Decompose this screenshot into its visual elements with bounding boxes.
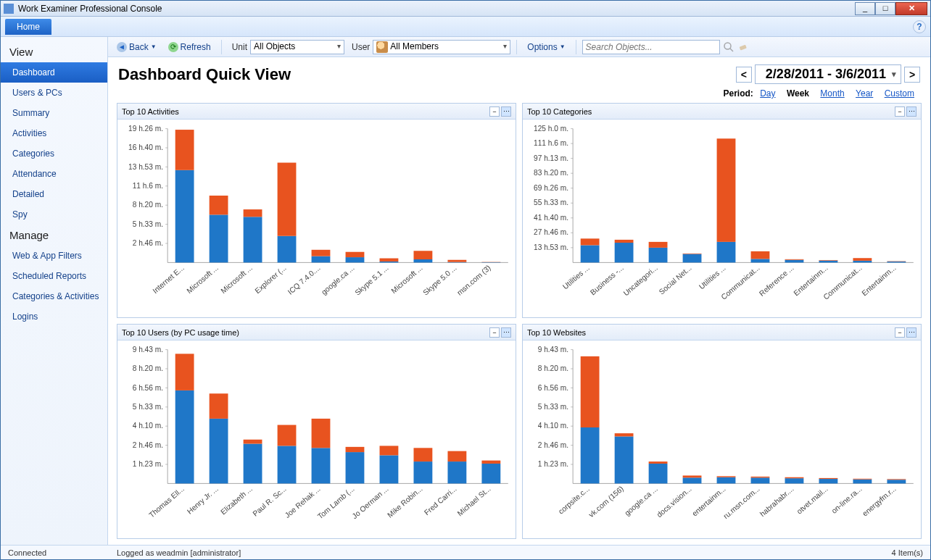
period-year[interactable]: Year xyxy=(856,88,873,99)
bar[interactable] xyxy=(210,419,228,484)
bar[interactable] xyxy=(819,260,837,261)
bar[interactable] xyxy=(346,447,365,452)
bar[interactable] xyxy=(853,480,872,484)
panel-menu-button[interactable]: ⋯ xyxy=(906,106,916,117)
bar[interactable] xyxy=(615,243,634,262)
sidebar-item-logins[interactable]: Logins xyxy=(1,306,107,327)
bar[interactable] xyxy=(717,138,736,242)
bar[interactable] xyxy=(175,130,194,170)
bar[interactable] xyxy=(312,250,331,256)
bar[interactable] xyxy=(649,461,668,464)
bar[interactable] xyxy=(683,477,702,483)
bar[interactable] xyxy=(683,254,702,263)
bar[interactable] xyxy=(649,464,668,483)
bar[interactable] xyxy=(312,419,331,448)
bar[interactable] xyxy=(175,390,194,483)
period-day[interactable]: Day xyxy=(760,88,775,99)
bar[interactable] xyxy=(346,257,365,262)
bar[interactable] xyxy=(683,475,702,477)
bar[interactable] xyxy=(853,479,872,480)
bar[interactable] xyxy=(649,242,668,248)
bar[interactable] xyxy=(278,163,297,236)
bar[interactable] xyxy=(751,477,770,477)
minimize-button[interactable]: _ xyxy=(855,2,875,15)
bar[interactable] xyxy=(615,433,634,436)
bar[interactable] xyxy=(312,448,331,483)
bar[interactable] xyxy=(447,461,466,483)
bar[interactable] xyxy=(717,476,736,477)
bar[interactable] xyxy=(346,252,365,257)
bar[interactable] xyxy=(210,214,228,262)
panel-collapse-button[interactable]: − xyxy=(489,106,500,117)
bar[interactable] xyxy=(887,480,906,483)
sidebar-item-spy[interactable]: Spy xyxy=(1,204,107,225)
sidebar-item-dashboard[interactable]: Dashboard xyxy=(1,62,107,83)
bar[interactable] xyxy=(380,446,399,455)
bar[interactable] xyxy=(581,238,600,245)
bar[interactable] xyxy=(785,477,804,478)
bar[interactable] xyxy=(244,217,262,262)
bar[interactable] xyxy=(278,446,297,483)
bar[interactable] xyxy=(615,436,634,483)
bar[interactable] xyxy=(785,478,804,483)
period-custom[interactable]: Custom xyxy=(885,88,914,99)
bar[interactable] xyxy=(785,260,804,263)
bar[interactable] xyxy=(649,248,668,263)
bar[interactable] xyxy=(175,354,194,390)
unit-select[interactable]: All Objects xyxy=(250,40,344,54)
period-month[interactable]: Month xyxy=(820,88,844,99)
sidebar-item-detailed[interactable]: Detailed xyxy=(1,184,107,204)
bar[interactable] xyxy=(581,245,600,262)
bar[interactable] xyxy=(481,464,500,483)
sidebar-item-attendance[interactable]: Attendance xyxy=(1,164,107,184)
bar[interactable] xyxy=(210,393,228,419)
panel-menu-button[interactable]: ⋯ xyxy=(906,327,916,338)
search-icon[interactable] xyxy=(723,41,735,53)
bar[interactable] xyxy=(853,258,872,261)
bar[interactable] xyxy=(887,479,906,480)
sidebar-item-categories[interactable]: Categories xyxy=(1,143,107,164)
bar[interactable] xyxy=(210,196,228,214)
bar[interactable] xyxy=(447,451,466,461)
bar[interactable] xyxy=(380,262,399,262)
bar[interactable] xyxy=(413,448,432,461)
bar[interactable] xyxy=(819,261,837,263)
bar[interactable] xyxy=(785,259,804,260)
bar[interactable] xyxy=(380,455,399,483)
eraser-icon[interactable] xyxy=(737,41,749,53)
search-input[interactable] xyxy=(582,40,720,54)
bar[interactable] xyxy=(447,260,466,262)
bar[interactable] xyxy=(615,240,634,243)
close-button[interactable]: ✕ xyxy=(895,2,927,15)
bar[interactable] xyxy=(751,259,770,262)
sidebar-item-users-pcs[interactable]: Users & PCs xyxy=(1,83,107,103)
panel-collapse-button[interactable]: − xyxy=(489,327,500,338)
bar[interactable] xyxy=(278,425,297,446)
maximize-button[interactable]: □ xyxy=(875,2,895,15)
sidebar-item-categories-activities[interactable]: Categories & Activities xyxy=(1,286,107,306)
bar[interactable] xyxy=(244,209,262,217)
bar[interactable] xyxy=(751,477,770,483)
bar[interactable] xyxy=(481,461,500,464)
bar[interactable] xyxy=(819,478,837,479)
date-range-picker[interactable]: 2/28/2011 - 3/6/2011 xyxy=(755,64,901,84)
bar[interactable] xyxy=(244,444,262,484)
sidebar-item-scheduled-reports[interactable]: Scheduled Reports xyxy=(1,266,107,286)
bar[interactable] xyxy=(413,461,432,483)
bar[interactable] xyxy=(717,242,736,263)
bar[interactable] xyxy=(887,262,906,262)
bar[interactable] xyxy=(413,259,432,262)
bar[interactable] xyxy=(380,259,399,262)
sidebar-item-activities[interactable]: Activities xyxy=(1,123,107,143)
date-prev-button[interactable]: < xyxy=(736,67,752,83)
panel-collapse-button[interactable]: − xyxy=(895,106,905,117)
refresh-button[interactable]: ⟳ Refresh xyxy=(164,41,215,54)
sidebar-item-web-app-filters[interactable]: Web & App Filters xyxy=(1,246,107,266)
date-next-button[interactable]: > xyxy=(904,67,920,83)
bar[interactable] xyxy=(581,427,600,483)
options-button[interactable]: Options ▼ xyxy=(523,41,569,54)
bar[interactable] xyxy=(447,262,466,263)
bar[interactable] xyxy=(751,251,770,259)
bar[interactable] xyxy=(312,256,331,263)
bar[interactable] xyxy=(413,251,432,259)
